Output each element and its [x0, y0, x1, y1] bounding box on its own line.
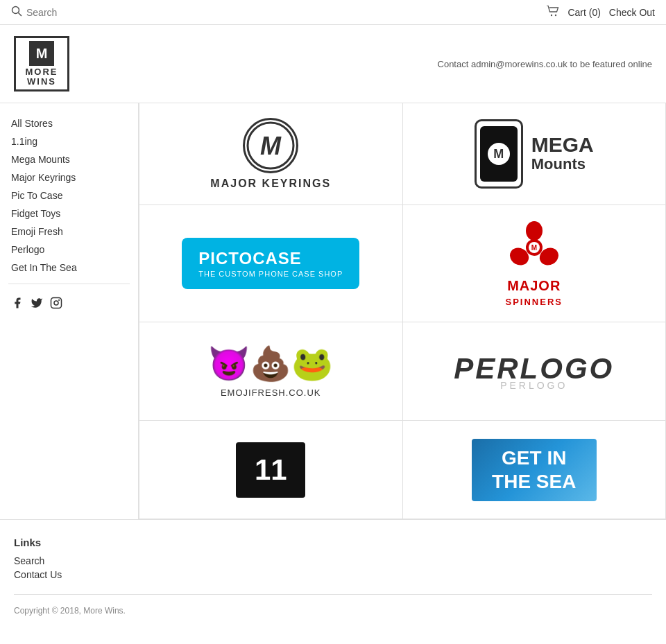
mega-mounts-logo: M MEGA Mounts	[475, 119, 594, 189]
cart-area: Cart (0) Check Out	[547, 6, 655, 19]
footer-links-title: Links	[14, 537, 652, 548]
sidebar-item-get-in-the-sea[interactable]: Get In The Sea	[8, 259, 130, 277]
logo-text-more: MORE	[26, 67, 58, 77]
sidebar: All Stores 1.1ing Mega Mounts Major Keyr…	[0, 103, 139, 519]
getinthesea-logo: GET INTHE SEA	[472, 439, 597, 501]
sidebar-divider	[8, 284, 130, 284]
11ing-logo: 11	[236, 442, 305, 498]
checkout-link[interactable]: Check Out	[609, 7, 655, 18]
sidebar-item-pic-to-case[interactable]: Pic To Case	[8, 186, 130, 204]
major-keyrings-logo: M MAJOR KEYRINGS	[210, 118, 331, 190]
pc-sub: THE CUSTOM PHONE CASE SHOP	[198, 270, 343, 278]
site-header: M MORE WINS Contact admin@morewins.co.uk…	[0, 25, 666, 103]
top-bar: Cart (0) Check Out	[0, 0, 666, 25]
svg-point-5	[54, 301, 58, 305]
ef-text: EMOJIFRESH.CO.UK	[221, 388, 321, 398]
header-contact: Contact admin@morewins.co.uk to be featu…	[438, 59, 652, 69]
ms-spinner-icon: M	[506, 220, 562, 275]
svg-point-2	[551, 15, 552, 16]
gits-text: GET INTHE SEA	[492, 446, 576, 493]
ms-sub: SPINNERS	[506, 297, 563, 307]
grid-cell-pictocase[interactable]: PICTOCASE THE CUSTOM PHONE CASE SHOP	[139, 205, 403, 322]
logo-m-icon: M	[29, 41, 54, 66]
grid-cell-emojifresh[interactable]: 😈💩🐸 EMOJIFRESH.CO.UK	[139, 322, 403, 421]
svg-point-6	[59, 300, 60, 301]
grid-cell-major-keyrings[interactable]: M MAJOR KEYRINGS	[139, 103, 403, 205]
search-input[interactable]	[26, 7, 148, 18]
grid-cell-11ing[interactable]: 11	[139, 421, 403, 519]
svg-point-11	[526, 221, 543, 241]
mm-text-block: MEGA Mounts	[531, 134, 594, 173]
grid-cell-perlogo[interactable]: PERLOGO PERLOGO	[403, 322, 667, 421]
eleven-text: 11	[255, 453, 287, 487]
sidebar-item-11ing[interactable]: 1.1ing	[8, 132, 130, 150]
mm-mega-text: MEGA	[531, 134, 594, 155]
sidebar-item-perlogo[interactable]: Perlogo	[8, 241, 130, 259]
major-spinners-logo: M MAJOR SPINNERS	[506, 220, 563, 307]
search-icon	[11, 6, 22, 19]
sidebar-social	[8, 291, 130, 317]
sidebar-item-emoji-fresh[interactable]: Emoji Fresh	[8, 223, 130, 241]
ms-text: MAJOR	[507, 278, 561, 294]
mkr-text: MAJOR KEYRINGS	[210, 177, 331, 190]
pictocase-logo: PICTOCASE THE CUSTOM PHONE CASE SHOP	[182, 238, 359, 289]
perlogo-logo: PERLOGO PERLOGO	[454, 352, 614, 391]
mm-badge: M	[488, 143, 510, 165]
svg-rect-4	[51, 298, 62, 308]
ef-emojis: 😈💩🐸	[208, 345, 333, 383]
main-layout: All Stores 1.1ing Mega Mounts Major Keyr…	[0, 103, 666, 519]
facebook-icon[interactable]	[11, 297, 24, 312]
cart-label: Cart (0)	[567, 7, 600, 18]
svg-point-0	[12, 7, 19, 14]
site-logo: M MORE WINS	[14, 36, 69, 92]
svg-line-1	[19, 13, 22, 17]
grid-cell-mega-mounts[interactable]: M MEGA Mounts	[403, 103, 667, 205]
twitter-icon[interactable]	[31, 297, 43, 312]
pc-title: PICTOCASE	[198, 249, 302, 268]
store-grid: M MAJOR KEYRINGS M MEGA Mounts	[139, 103, 666, 519]
grid-cell-major-spinners[interactable]: M MAJOR SPINNERS	[403, 205, 667, 322]
svg-text:M: M	[260, 132, 282, 160]
cart-icon	[547, 6, 559, 19]
footer-link-search[interactable]: Search	[14, 555, 652, 566]
sidebar-item-all-stores[interactable]: All Stores	[8, 114, 130, 132]
sidebar-item-mega-mounts[interactable]: Mega Mounts	[8, 150, 130, 168]
mm-mounts-text: Mounts	[531, 155, 594, 173]
footer-copyright: Copyright © 2018, More Wins.	[14, 594, 652, 616]
sidebar-item-fidget-toys[interactable]: Fidget Toys	[8, 204, 130, 223]
mm-phone-icon: M	[475, 119, 523, 189]
instagram-icon[interactable]	[50, 297, 62, 312]
perlogo-sub-text: PERLOGO	[500, 380, 567, 391]
logo-container[interactable]: M MORE WINS	[14, 36, 69, 92]
sidebar-item-major-keyrings[interactable]: Major Keyrings	[8, 168, 130, 186]
mkr-circle: M	[243, 118, 298, 173]
svg-point-3	[555, 15, 556, 16]
footer-link-contact-us[interactable]: Contact Us	[14, 569, 652, 580]
logo-text-wins: WINS	[27, 77, 56, 87]
grid-cell-getinthesea[interactable]: GET INTHE SEA	[403, 421, 667, 519]
site-footer: Links Search Contact Us Copyright © 2018…	[0, 519, 666, 632]
search-area	[11, 6, 148, 19]
svg-text:M: M	[531, 244, 537, 252]
emojifresh-logo: 😈💩🐸 EMOJIFRESH.CO.UK	[208, 345, 333, 398]
